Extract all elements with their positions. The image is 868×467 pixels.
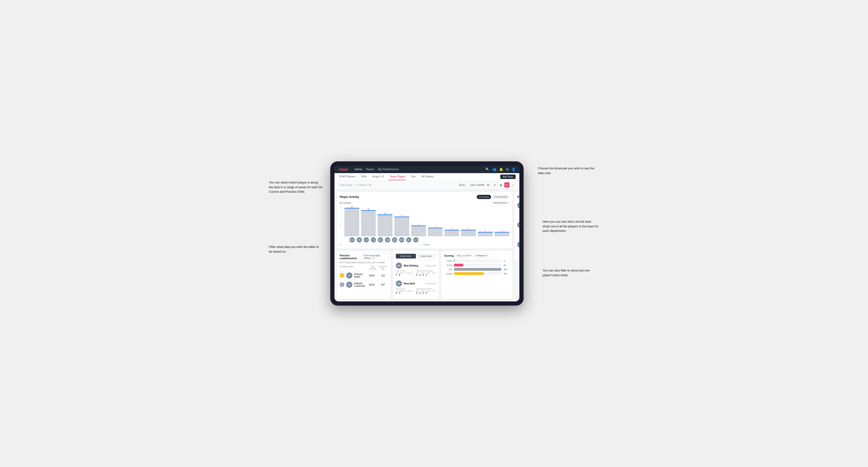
shot-item: DF David Ford 24 Aug 2023 · Royal North … xyxy=(517,240,519,259)
leaderboard-cols: PLAYER NAME PB SCORE PB AVG SQ xyxy=(340,266,388,270)
bar-column: 5 xyxy=(411,224,426,236)
practice-group: Total Practice Activities GTT APP ARG PU… xyxy=(416,288,436,294)
edit-team-icon[interactable]: ✏️ xyxy=(369,184,371,186)
scoring-bar-wrap xyxy=(454,259,501,262)
tab-tour[interactable]: Tour xyxy=(410,173,416,180)
view-grid2-icon[interactable]: ▦ xyxy=(498,182,503,187)
avatar: BM xyxy=(396,262,402,269)
toggle-on-course[interactable]: On Course xyxy=(477,195,491,199)
scoring-label: Eagles xyxy=(444,260,453,262)
leaderboard-row: 2 ED Edward Crossman 18/20 107 xyxy=(340,280,388,289)
tab-team-clippd[interactable]: Team Clippd xyxy=(389,173,406,180)
scoring-chart: Eagles 3 Birdies 96 Pars 499 Bogeys 315 xyxy=(444,259,509,275)
view-grid4-icon[interactable]: ⊞ xyxy=(492,182,497,187)
view-heart-icon[interactable]: ♥ xyxy=(504,182,509,187)
player-activity-header: Player Activity On Course Practice Drill… xyxy=(340,195,509,199)
scoring-filter1[interactable]: Par 3, 4 & 5s ▾ xyxy=(455,254,472,257)
tab-most-active[interactable]: Most Active xyxy=(396,254,416,258)
toggle-practice[interactable]: Practice Drills xyxy=(492,195,509,199)
active-players: BM Blair McHarg 26 Aug 2023 Total Rounds… xyxy=(396,260,436,296)
tab-all-players[interactable]: All Players xyxy=(421,173,435,180)
chart-section-label: On Course xyxy=(340,201,351,204)
annotation-bottom-left: Filter what data you wish the table to b… xyxy=(269,245,321,254)
scoring-row: Eagles 3 xyxy=(444,259,509,262)
shot-player-row: DF David Ford 24 Aug 2023 · Royal North … xyxy=(517,242,519,248)
period-select[interactable]: Last 3 months xyxy=(467,183,490,187)
scoring-bar xyxy=(454,272,484,275)
bar-column: 2 xyxy=(478,230,493,236)
search-icon[interactable]: 🔍 xyxy=(486,167,489,171)
avatar: ED xyxy=(346,282,352,288)
rounds-group: Total Rounds Tournament Practice 8 4 xyxy=(396,288,412,294)
tab-hcaps[interactable]: Hcaps 1-5 xyxy=(371,173,385,180)
bar-column: 12 xyxy=(361,208,376,236)
scoring-value: 315 xyxy=(503,273,509,275)
scoring-label: Birdies xyxy=(444,264,453,266)
active-player-card: RB Rees Britt 02 Sep 2023 Total Rounds T… xyxy=(396,278,436,296)
team-header: Team Clippd | 14 Players ✏️ Show: Last 3… xyxy=(335,181,519,190)
add-team-button[interactable]: Add Team xyxy=(500,175,516,179)
avatar: RB xyxy=(396,280,402,286)
tab-pga[interactable]: PGA xyxy=(360,173,368,180)
active-date: 02 Sep 2023 xyxy=(426,283,436,285)
bottom-grid: Practice Leaderboards PUTT Must Make Put… xyxy=(337,251,512,299)
active-player-header: RB Rees Britt 02 Sep 2023 xyxy=(396,280,436,286)
tournament-val: 7 xyxy=(396,274,397,276)
nav-bar: clippd Home Teams My Performance 🔍 👥 🔔 ⊕… xyxy=(335,165,519,173)
player-name: Edward Crossman xyxy=(354,282,365,287)
avatar: DF xyxy=(517,242,519,248)
show-filter: Show: Last 3 months ⊞ ▦ ♥ ≡ xyxy=(459,182,516,187)
main-content: Player Activity On Course Practice Drill… xyxy=(335,190,519,302)
view-list-icon[interactable]: ≡ xyxy=(510,182,516,187)
player-name: Blair McHarg xyxy=(404,264,418,267)
avatar: JC xyxy=(371,237,376,243)
annotation-top-left: You can select which player is doing the… xyxy=(269,180,323,194)
nav-link-home[interactable]: Home xyxy=(354,168,362,171)
pb-score: 19/20 xyxy=(367,274,376,277)
scoring-bar-wrap xyxy=(454,268,501,271)
people-icon[interactable]: 👥 xyxy=(492,167,496,171)
avatar: EC xyxy=(406,237,411,243)
scoring-value: 499 xyxy=(503,269,509,271)
avatars-row: BMRBDFJCEEOBRBMMECLR xyxy=(344,237,509,243)
player-activity-card: Player Activity On Course Practice Drill… xyxy=(337,192,512,249)
chart-x-label: Players xyxy=(344,243,509,246)
shot-item: MM Matt Miller 09 Jun 2023 · Royal North… xyxy=(517,200,519,220)
scoring-header: Scoring Par 3, 4 & 5s ▾ All Players ▾ xyxy=(444,254,509,257)
avatar: RB xyxy=(392,237,397,243)
avatar: LR xyxy=(413,237,418,243)
bell-icon[interactable]: 🔔 xyxy=(499,167,503,171)
team-count: | 14 Players xyxy=(354,184,368,186)
player-name: Rees Britt xyxy=(404,282,415,285)
tab-least-active[interactable]: Least Active xyxy=(416,254,436,258)
avatar: BM xyxy=(349,237,355,243)
scoring-value: 3 xyxy=(503,260,509,262)
annotation-right-mid: Here you can see who's hit the best shot… xyxy=(542,219,599,233)
best-shots-card: Best Shots All Shots ▾ All Players ▾ MM … xyxy=(515,192,519,262)
scoring-label: Pars xyxy=(444,269,453,271)
nav-logo: clippd xyxy=(338,167,348,171)
scoring-bar xyxy=(454,264,463,267)
bar-column: 13 xyxy=(344,206,359,236)
chart-filter-dropdown[interactable]: Total Rounds ▾ xyxy=(492,201,509,205)
avatar: DF xyxy=(364,237,369,243)
nav-link-performance[interactable]: My Performance xyxy=(378,168,399,171)
leaderboard-filter[interactable]: PUTT Must Make Putting ... ▾ xyxy=(362,254,388,260)
tab-pgat-players[interactable]: PGAT Players xyxy=(338,173,356,180)
view-icons: ⊞ ▦ ♥ ≡ xyxy=(492,182,516,187)
active-date: 26 Aug 2023 xyxy=(426,264,436,267)
profile-icon[interactable]: 👤 xyxy=(512,167,516,171)
bar-column: 2 xyxy=(495,230,509,236)
nav-link-teams[interactable]: Teams xyxy=(366,168,374,171)
add-icon[interactable]: ⊕ xyxy=(506,167,509,171)
best-shots-title: Best Shots xyxy=(517,195,519,198)
leaderboard-header: Practice Leaderboards PUTT Must Make Put… xyxy=(340,254,388,260)
scoring-filter2[interactable]: All Players ▾ xyxy=(474,254,489,257)
annotation-top-right: Choose the timescale you wish to see the… xyxy=(538,166,599,175)
practice-val: 6 xyxy=(399,274,400,276)
avatar: MM xyxy=(399,237,404,243)
rank-badge: 1 xyxy=(340,273,344,278)
practice-val: 4 xyxy=(399,292,400,294)
rank-badge: 2 xyxy=(340,282,344,287)
bar-column: 4 xyxy=(428,226,443,236)
